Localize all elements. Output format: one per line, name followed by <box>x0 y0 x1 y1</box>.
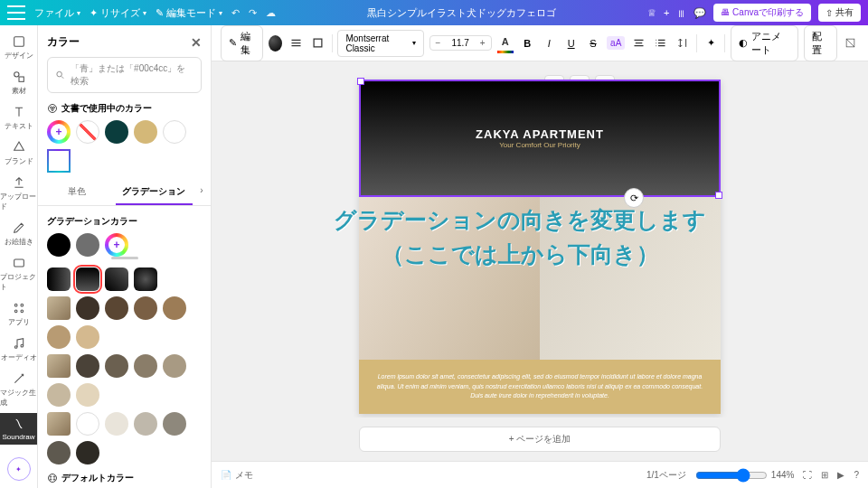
rail-app[interactable]: アプリ <box>0 297 37 331</box>
color-swatch[interactable] <box>47 325 71 349</box>
hamburger-menu[interactable] <box>7 5 25 20</box>
rail-design[interactable]: デザイン <box>0 31 37 64</box>
color-swatch[interactable] <box>76 383 99 407</box>
footer-text[interactable]: Lorem ipsum dolor sit amet, consectetur … <box>359 360 721 414</box>
color-search-input[interactable]: 「青」または「#00c4cc」を検索 <box>47 57 202 93</box>
effects-icon[interactable]: ✦ <box>703 33 719 53</box>
doc-color-swatch[interactable] <box>163 120 186 144</box>
canvas-page[interactable]: ZAKYA APARTMENT Your Comfort Our Priorit… <box>359 80 721 414</box>
animate-button[interactable]: ◐アニメート <box>731 25 798 61</box>
color-swatch[interactable] <box>163 354 186 378</box>
italic-icon[interactable]: I <box>541 33 557 53</box>
plus-icon[interactable]: + <box>664 7 669 18</box>
text-case-icon[interactable]: aA <box>607 36 625 50</box>
notes-button[interactable]: 📄 メモ <box>221 469 253 482</box>
no-color-swatch[interactable] <box>76 120 99 144</box>
color-swatch[interactable] <box>76 441 99 465</box>
color-swatch[interactable] <box>105 354 128 378</box>
gradient-color-swatch[interactable] <box>47 233 71 257</box>
undo-icon[interactable]: ↶ <box>231 7 240 19</box>
rail-brand[interactable]: ブランド <box>0 136 37 170</box>
fill-color-circle[interactable] <box>269 35 282 52</box>
position-button[interactable]: 配置 <box>804 25 836 61</box>
close-icon[interactable]: ✕ <box>191 35 202 50</box>
edit-image-button[interactable]: ✎編集 <box>221 25 263 61</box>
doc-color-swatch[interactable] <box>105 120 128 144</box>
add-page-button[interactable]: + ページを追加 <box>359 427 721 452</box>
svg-point-11 <box>49 105 57 113</box>
color-swatch[interactable] <box>163 296 186 320</box>
photo-palette-source[interactable] <box>47 412 71 436</box>
fullscreen-icon[interactable]: ⛶ <box>803 470 812 480</box>
crown-icon[interactable]: ♕ <box>647 7 656 19</box>
bold-icon[interactable]: B <box>519 33 535 53</box>
color-swatch[interactable] <box>105 412 128 436</box>
zoom-value[interactable]: 144% <box>771 470 795 480</box>
gradient-style-option[interactable] <box>76 267 99 291</box>
underline-icon[interactable]: U <box>563 33 580 53</box>
list-icon[interactable] <box>653 33 669 53</box>
edit-mode-menu[interactable]: ✎ 編集モード <box>156 6 222 20</box>
svg-point-14 <box>52 109 53 111</box>
image-right[interactable] <box>540 197 721 360</box>
font-size-stepper[interactable]: −11.7+ <box>429 35 492 51</box>
redo-icon[interactable]: ↷ <box>249 7 257 19</box>
rail-elements[interactable]: 素材 <box>0 66 37 99</box>
doc-color-swatch[interactable] <box>134 120 157 144</box>
photo-palette-source[interactable] <box>47 296 71 320</box>
comment-icon[interactable]: 💬 <box>693 7 706 19</box>
color-swatch[interactable] <box>76 296 99 320</box>
tab-more[interactable]: › <box>193 180 211 205</box>
help-icon[interactable]: ? <box>854 470 859 480</box>
page-indicator[interactable]: 1/1ページ <box>646 469 686 482</box>
share-button[interactable]: ⇧共有 <box>818 4 861 22</box>
color-swatch[interactable] <box>134 296 157 320</box>
rail-text[interactable]: テキスト <box>0 101 37 135</box>
add-color-button[interactable] <box>47 120 71 144</box>
gradient-color-swatch[interactable] <box>76 233 99 257</box>
photo-palette-source[interactable] <box>47 354 71 378</box>
color-swatch[interactable] <box>47 383 71 407</box>
chart-icon[interactable]: ⫼ <box>676 7 686 18</box>
color-swatch[interactable] <box>76 354 99 378</box>
grid-view-icon[interactable]: ⊞ <box>821 470 828 480</box>
color-swatch[interactable] <box>134 354 157 378</box>
doc-title[interactable]: 黒白シンプルイラスト犬ドッグカフェロゴ <box>285 6 638 20</box>
resize-menu[interactable]: ✦ リサイズ <box>90 6 146 20</box>
color-swatch[interactable] <box>134 412 157 436</box>
magic-sparkle-button[interactable]: ✦ <box>7 457 31 481</box>
gradient-style-option[interactable] <box>134 267 157 291</box>
tab-gradient[interactable]: グラデーション <box>116 180 193 205</box>
strike-icon[interactable]: S <box>585 33 601 53</box>
line-style-icon[interactable] <box>288 33 304 53</box>
border-icon[interactable] <box>309 33 326 53</box>
rotate-handle-icon[interactable]: ⟳ <box>624 188 644 208</box>
zoom-slider[interactable] <box>695 468 768 483</box>
color-swatch[interactable] <box>105 296 128 320</box>
spacing-icon[interactable] <box>675 33 691 53</box>
rail-audio[interactable]: オーディオ <box>0 333 37 366</box>
tab-solid[interactable]: 単色 <box>38 180 116 205</box>
font-dropdown[interactable]: Montserrat Classic▾ <box>337 30 423 57</box>
rail-project[interactable]: プロジェクト <box>0 252 37 296</box>
print-button[interactable]: 🖶 Canvaで印刷する <box>713 4 811 22</box>
color-swatch[interactable] <box>163 412 186 436</box>
rail-soundraw[interactable]: Soundraw <box>0 413 37 445</box>
rail-upload[interactable]: アップロード <box>0 172 37 215</box>
gradient-style-option[interactable] <box>47 267 71 291</box>
color-swatch[interactable] <box>47 441 71 465</box>
color-swatch[interactable] <box>76 325 99 349</box>
color-swatch[interactable] <box>76 412 99 436</box>
rail-draw[interactable]: お絵描き <box>0 217 37 250</box>
image-left[interactable] <box>359 197 540 360</box>
present-icon[interactable]: ▶ <box>837 470 844 480</box>
text-color-icon[interactable]: A <box>497 33 514 53</box>
brand-color-swatch[interactable] <box>47 149 71 173</box>
add-gradient-color[interactable] <box>105 233 128 257</box>
file-menu[interactable]: ファイル <box>34 6 80 20</box>
transparency-icon[interactable] <box>843 33 859 53</box>
selected-header-element[interactable]: ZAKYA APARTMENT Your Comfort Our Priorit… <box>359 80 721 197</box>
gradient-style-option[interactable] <box>105 267 128 291</box>
rail-magic[interactable]: マジック生成 <box>0 368 37 411</box>
align-icon[interactable] <box>630 33 646 53</box>
